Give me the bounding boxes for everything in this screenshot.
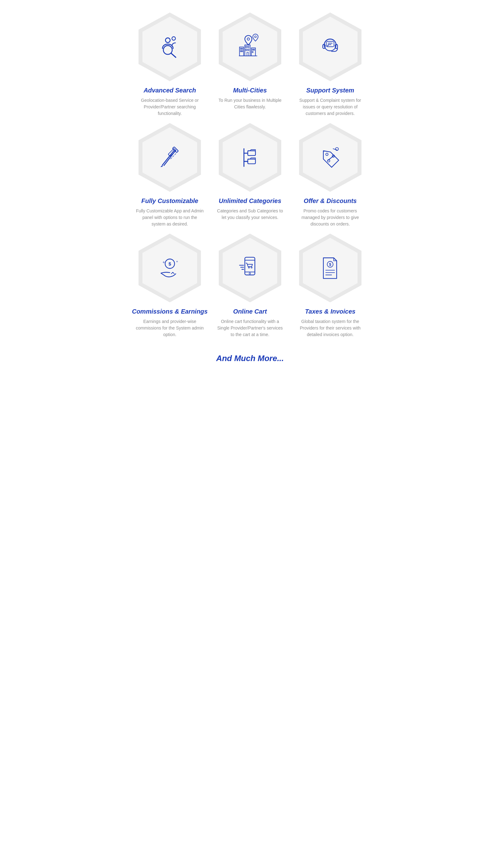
svg-rect-15 bbox=[248, 49, 249, 50]
svg-rect-6 bbox=[240, 47, 244, 56]
hex-unlimited-categories bbox=[216, 123, 284, 192]
commissions-earnings-desc: Earnings and provider-wise commissions f… bbox=[135, 318, 204, 338]
support-system-title: Support System bbox=[306, 87, 354, 94]
svg-rect-19 bbox=[254, 49, 255, 50]
fully-customizable-desc: Fully Customizable App and Admin panel w… bbox=[135, 208, 204, 228]
hex-offer-discounts bbox=[296, 123, 365, 192]
offer-discounts-title: Offer & Discounts bbox=[304, 197, 357, 205]
taxes-invoices-desc: Global taxation system for the Providers… bbox=[296, 318, 365, 338]
svg-point-4 bbox=[247, 38, 250, 40]
feature-commissions-earnings: $ + + Commissions & Earnings Earnings an… bbox=[131, 234, 208, 338]
hex-commissions-earnings: $ + + bbox=[135, 234, 204, 302]
hex-fully-customizable bbox=[135, 123, 204, 192]
svg-text:$: $ bbox=[329, 262, 331, 266]
advanced-search-desc: Geolocation-based Service or Provider/Pa… bbox=[135, 97, 204, 117]
svg-line-33 bbox=[172, 155, 174, 157]
svg-line-34 bbox=[174, 153, 176, 155]
feature-fully-customizable: Fully Customizable Fully Customizable Ap… bbox=[131, 123, 208, 228]
svg-rect-12 bbox=[246, 46, 247, 47]
fully-customizable-title: Fully Customizable bbox=[141, 197, 198, 205]
customize-icon bbox=[157, 144, 183, 171]
unlimited-categories-desc: Categories and Sub Categories to let you… bbox=[216, 208, 284, 221]
svg-rect-13 bbox=[248, 46, 249, 47]
hex-taxes-invoices: $ bbox=[296, 234, 365, 302]
svg-rect-14 bbox=[246, 49, 247, 50]
svg-rect-18 bbox=[252, 49, 253, 50]
online-cart-title: Online Cart bbox=[233, 308, 267, 315]
svg-line-32 bbox=[170, 158, 172, 159]
unlimited-categories-title: Unlimited Categories bbox=[219, 197, 281, 205]
hex-online-cart bbox=[216, 234, 284, 302]
online-cart-desc: Online cart functionality with a Single … bbox=[216, 318, 284, 338]
cart-icon bbox=[237, 255, 263, 281]
hex-advanced-search bbox=[135, 12, 204, 81]
svg-point-53 bbox=[248, 267, 250, 268]
svg-rect-39 bbox=[248, 159, 255, 164]
footer-text: And Much More... bbox=[125, 344, 375, 379]
multi-cities-desc: To Run your business in Multiple Cities … bbox=[216, 97, 284, 110]
svg-rect-8 bbox=[242, 48, 243, 49]
svg-point-5 bbox=[255, 36, 257, 37]
hex-multi-cities bbox=[216, 12, 284, 81]
advanced-search-title: Advanced Search bbox=[144, 87, 196, 94]
search-icon bbox=[157, 34, 183, 60]
multi-cities-title: Multi-Cities bbox=[233, 87, 267, 94]
feature-multi-cities: Multi-Cities To Run your business in Mul… bbox=[212, 12, 289, 117]
feature-offer-discounts: Offer & Discounts Promo codes for custom… bbox=[292, 123, 369, 228]
cities-icon bbox=[237, 34, 263, 60]
earnings-icon: $ + + bbox=[157, 255, 183, 281]
svg-text:+: + bbox=[176, 259, 178, 263]
svg-rect-16 bbox=[247, 52, 249, 56]
categories-icon bbox=[237, 144, 263, 171]
svg-line-3 bbox=[171, 53, 175, 57]
svg-line-28 bbox=[162, 150, 174, 165]
svg-rect-17 bbox=[252, 48, 255, 56]
svg-rect-20 bbox=[252, 51, 253, 53]
svg-point-54 bbox=[251, 267, 252, 268]
svg-rect-49 bbox=[245, 257, 255, 275]
discount-icon bbox=[317, 144, 343, 171]
feature-advanced-search: Advanced Search Geolocation-based Servic… bbox=[131, 12, 208, 117]
svg-text:$: $ bbox=[168, 261, 171, 266]
hex-support-system bbox=[296, 12, 365, 81]
feature-support-system: Support System Support & Complaint syste… bbox=[292, 12, 369, 117]
svg-point-1 bbox=[172, 36, 175, 40]
feature-online-cart: Online Cart Online cart functionality wi… bbox=[212, 234, 289, 338]
svg-point-0 bbox=[165, 38, 170, 43]
svg-rect-7 bbox=[241, 48, 241, 49]
svg-point-40 bbox=[326, 153, 328, 155]
svg-rect-10 bbox=[242, 50, 243, 51]
commissions-earnings-title: Commissions & Earnings bbox=[132, 308, 207, 315]
feature-taxes-invoices: $ Taxes & Invoices Global taxation syste… bbox=[292, 234, 369, 338]
feature-unlimited-categories: Unlimited Categories Categories and Sub … bbox=[212, 123, 289, 228]
support-icon bbox=[317, 34, 343, 60]
svg-rect-9 bbox=[241, 50, 241, 51]
invoice-icon: $ bbox=[317, 255, 343, 281]
taxes-invoices-title: Taxes & Invoices bbox=[305, 308, 356, 315]
offer-discounts-desc: Promo codes for customers managed by pro… bbox=[296, 208, 365, 228]
support-system-desc: Support & Complaint system for issues or… bbox=[296, 97, 365, 117]
svg-text:+: + bbox=[162, 260, 165, 265]
features-grid: Advanced Search Geolocation-based Servic… bbox=[125, 0, 375, 344]
svg-point-52 bbox=[249, 273, 251, 274]
svg-rect-37 bbox=[248, 151, 255, 155]
